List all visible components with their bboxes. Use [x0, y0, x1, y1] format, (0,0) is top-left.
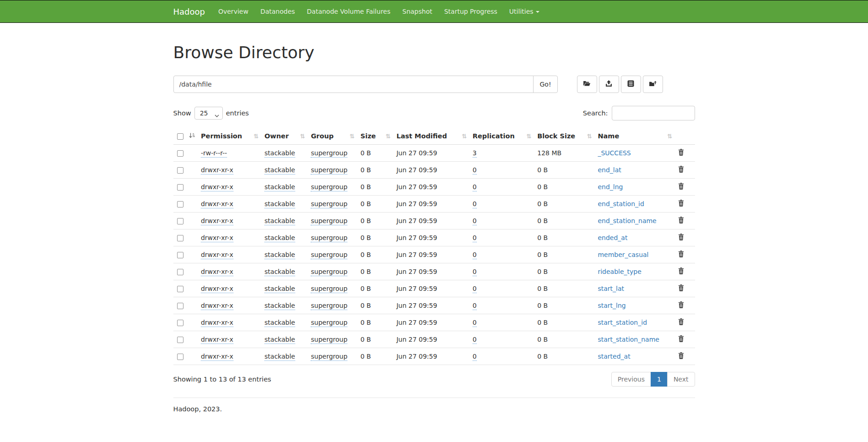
owner-cell[interactable]: stackable: [264, 251, 295, 259]
search-input[interactable]: [612, 106, 695, 120]
directory-path-input[interactable]: [173, 76, 534, 93]
go-button[interactable]: Go!: [533, 76, 557, 93]
replication-cell[interactable]: 0: [473, 183, 477, 191]
owner-cell[interactable]: stackable: [264, 217, 295, 225]
delete-button[interactable]: [678, 284, 684, 293]
permission-cell[interactable]: drwxr-xr-x: [201, 166, 233, 175]
replication-cell[interactable]: 0: [473, 319, 477, 327]
nav-item-datanode-volume-failures[interactable]: Datanode Volume Failures: [301, 0, 397, 22]
file-name-link[interactable]: member_casual: [598, 251, 648, 258]
select-all-checkbox[interactable]: [177, 133, 183, 140]
delete-button[interactable]: [678, 200, 684, 208]
replication-cell[interactable]: 0: [473, 217, 477, 225]
group-cell[interactable]: supergroup: [311, 183, 347, 191]
file-name-link[interactable]: end_lat: [598, 166, 621, 174]
header-size[interactable]: Size⇅: [357, 128, 393, 145]
permission-cell[interactable]: -rw-r--r--: [201, 149, 227, 158]
delete-button[interactable]: [678, 335, 684, 344]
group-cell[interactable]: supergroup: [311, 302, 347, 310]
row-checkbox[interactable]: [177, 303, 183, 309]
upload-file-button[interactable]: [599, 76, 619, 93]
row-checkbox[interactable]: [177, 286, 183, 292]
next-page-button[interactable]: Next: [667, 372, 695, 387]
file-name-link[interactable]: rideable_type: [598, 268, 641, 275]
group-cell[interactable]: supergroup: [311, 336, 347, 344]
group-cell[interactable]: supergroup: [311, 149, 347, 158]
delete-button[interactable]: [678, 166, 684, 174]
group-cell[interactable]: supergroup: [311, 200, 347, 208]
replication-cell[interactable]: 0: [473, 234, 477, 242]
permission-cell[interactable]: drwxr-xr-x: [201, 268, 233, 276]
header-name[interactable]: Name⇅: [594, 128, 674, 145]
permission-cell[interactable]: drwxr-xr-x: [201, 217, 233, 225]
group-cell[interactable]: supergroup: [311, 319, 347, 327]
row-checkbox[interactable]: [177, 320, 183, 326]
permission-cell[interactable]: drwxr-xr-x: [201, 200, 233, 208]
row-checkbox[interactable]: [177, 235, 183, 241]
row-checkbox[interactable]: [177, 354, 183, 360]
move-button[interactable]: [643, 76, 663, 93]
owner-cell[interactable]: stackable: [264, 336, 295, 344]
permission-cell[interactable]: drwxr-xr-x: [201, 285, 233, 293]
delete-button[interactable]: [678, 149, 684, 157]
nav-item-startup-progress[interactable]: Startup Progress: [438, 0, 503, 22]
file-name-link[interactable]: started_at: [598, 353, 630, 360]
permission-cell[interactable]: drwxr-xr-x: [201, 302, 233, 310]
group-cell[interactable]: supergroup: [311, 234, 347, 242]
nav-item-datanodes[interactable]: Datanodes: [254, 0, 301, 22]
brand-hadoop[interactable]: Hadoop: [173, 7, 212, 16]
header-group[interactable]: Group⇅: [307, 128, 356, 145]
file-name-link[interactable]: start_lat: [598, 285, 624, 292]
nav-item-utilities-dropdown[interactable]: Utilities: [503, 0, 545, 22]
page-1-button[interactable]: 1: [651, 372, 668, 387]
replication-cell[interactable]: 0: [473, 336, 477, 344]
row-checkbox[interactable]: [177, 184, 183, 191]
replication-cell[interactable]: 0: [473, 268, 477, 276]
permission-cell[interactable]: drwxr-xr-x: [201, 251, 233, 259]
delete-button[interactable]: [678, 251, 684, 259]
owner-cell[interactable]: stackable: [264, 166, 295, 175]
delete-button[interactable]: [678, 318, 684, 327]
replication-cell[interactable]: 0: [473, 200, 477, 208]
delete-button[interactable]: [678, 267, 684, 276]
owner-cell[interactable]: stackable: [264, 319, 295, 327]
header-block-size[interactable]: Block Size⇅: [534, 128, 594, 145]
file-name-link[interactable]: start_lng: [598, 302, 625, 309]
replication-cell[interactable]: 3: [473, 149, 477, 158]
permission-cell[interactable]: drwxr-xr-x: [201, 319, 233, 327]
row-checkbox[interactable]: [177, 167, 183, 174]
group-cell[interactable]: supergroup: [311, 268, 347, 276]
group-cell[interactable]: supergroup: [311, 217, 347, 225]
header-owner[interactable]: Owner⇅: [261, 128, 307, 145]
owner-cell[interactable]: stackable: [264, 285, 295, 293]
row-checkbox[interactable]: [177, 269, 183, 275]
nav-item-overview[interactable]: Overview: [212, 0, 254, 22]
permission-cell[interactable]: drwxr-xr-x: [201, 234, 233, 242]
owner-cell[interactable]: stackable: [264, 200, 295, 208]
row-checkbox[interactable]: [177, 337, 183, 343]
permission-cell[interactable]: drwxr-xr-x: [201, 353, 233, 361]
group-cell[interactable]: supergroup: [311, 285, 347, 293]
replication-cell[interactable]: 0: [473, 166, 477, 175]
delete-button[interactable]: [678, 183, 684, 191]
file-name-link[interactable]: start_station_name: [598, 336, 659, 343]
delete-button[interactable]: [678, 234, 684, 242]
group-cell[interactable]: supergroup: [311, 353, 347, 361]
file-name-link[interactable]: ended_at: [598, 234, 627, 241]
file-name-link[interactable]: _SUCCESS: [598, 149, 631, 157]
file-name-link[interactable]: end_station_name: [598, 217, 656, 224]
replication-cell[interactable]: 0: [473, 353, 477, 361]
header-replication[interactable]: Replication⇅: [469, 128, 534, 145]
header-select-all[interactable]: [173, 128, 197, 145]
replication-cell[interactable]: 0: [473, 302, 477, 310]
owner-cell[interactable]: stackable: [264, 183, 295, 191]
previous-page-button[interactable]: Previous: [611, 372, 651, 387]
delete-button[interactable]: [678, 352, 684, 360]
file-name-link[interactable]: start_station_id: [598, 319, 647, 326]
delete-button[interactable]: [678, 301, 684, 310]
file-name-link[interactable]: end_station_id: [598, 200, 644, 207]
owner-cell[interactable]: stackable: [264, 268, 295, 276]
file-name-link[interactable]: end_lng: [598, 183, 623, 191]
row-checkbox[interactable]: [177, 201, 183, 207]
nav-item-snapshot[interactable]: Snapshot: [396, 0, 438, 22]
